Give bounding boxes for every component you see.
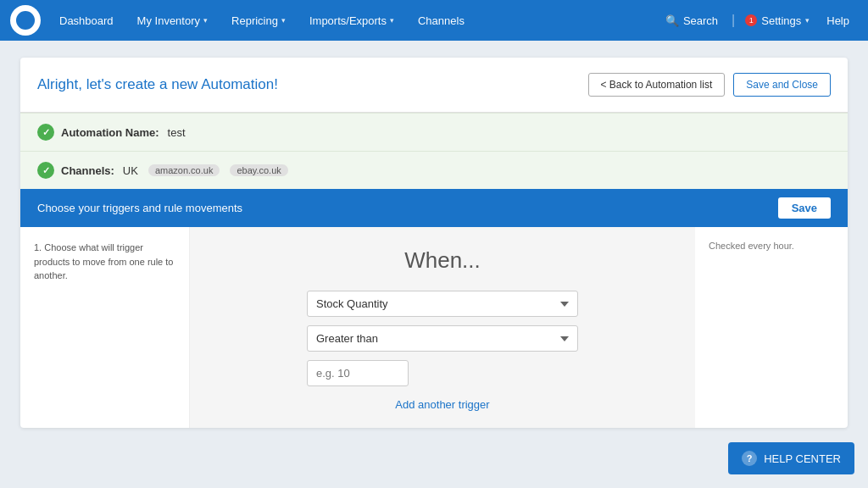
settings-badge: 1 [745,14,757,26]
trigger-header-label: Choose your triggers and rule movements [37,202,242,214]
nav-imports-exports-label: Imports/Exports [309,14,387,27]
channels-label: Channels: [61,164,114,177]
page-title: Alright, let's create a new Automation! [37,76,278,93]
back-to-automation-button[interactable]: < Back to Automation list [588,73,726,97]
trigger-instructions-text: 1. Choose what will trigger products to … [34,242,173,280]
trigger-form: Stock Quantity Price Sales Rank Revenue … [307,291,578,411]
checked-every-label: Checked every hour. [709,241,794,251]
trigger-save-button[interactable]: Save [778,197,831,219]
channel-tag-1: amazon.co.uk [148,164,220,176]
trigger-condition-wrapper: Greater than Less than Equal to Between [307,325,578,352]
help-center-button[interactable]: ? HELP CENTER [728,442,854,474]
nav-divider: | [730,13,737,28]
channels-value: UK [123,164,138,177]
nav-dashboard-label: Dashboard [59,14,114,27]
search-icon: 🔍 [665,14,679,27]
imports-exports-chevron-icon: ▾ [390,16,394,25]
settings-label: Settings [761,14,801,27]
trigger-right-note: Checked every hour. [695,227,848,428]
settings-button[interactable]: 1 Settings ▾ [737,14,818,27]
help-label: Help [826,14,849,27]
search-label: Search [683,14,718,27]
channels-check-icon [37,162,54,179]
automation-name-row: Automation Name: test [20,113,848,151]
channels-row: Channels: UK amazon.co.uk ebay.co.uk [20,151,848,189]
nav-my-inventory-label: My Inventory [137,14,200,27]
add-trigger-link[interactable]: Add another trigger [307,398,578,411]
channel-tag-2: ebay.co.uk [230,164,287,176]
nav-repricing[interactable]: Repricing ▾ [220,0,298,41]
main-card: Alright, let's create a new Automation! … [20,58,848,428]
trigger-section-header: Choose your triggers and rule movements … [20,189,848,227]
nav-channels[interactable]: Channels [406,0,476,41]
trigger-condition-select[interactable]: Greater than Less than Equal to Between [307,325,578,352]
nav-links: Dashboard My Inventory ▾ Repricing ▾ Imp… [47,0,654,41]
trigger-value-input[interactable] [307,360,409,386]
nav-right: 🔍 Search | 1 Settings ▾ Help [654,13,858,28]
automation-name-check-icon [37,124,54,141]
save-and-close-button[interactable]: Save and Close [733,73,831,97]
navigation-bar: Dashboard My Inventory ▾ Repricing ▾ Imp… [0,0,868,41]
page-content: Alright, let's create a new Automation! … [0,41,868,488]
trigger-type-select[interactable]: Stock Quantity Price Sales Rank Revenue [307,291,578,317]
nav-repricing-label: Repricing [231,14,278,27]
help-button[interactable]: Help [818,14,858,27]
nav-channels-label: Channels [418,14,465,27]
automation-name-label: Automation Name: [61,126,159,139]
logo-inner [16,11,35,30]
trigger-body: 1. Choose what will trigger products to … [20,227,848,428]
logo[interactable] [10,5,41,36]
nav-dashboard[interactable]: Dashboard [47,0,125,41]
repricing-chevron-icon: ▾ [281,16,286,25]
help-center-label: HELP CENTER [764,452,841,465]
help-center-icon: ? [742,451,757,466]
nav-my-inventory[interactable]: My Inventory ▾ [125,0,220,41]
automation-name-value: test [168,126,186,139]
when-title: When... [404,247,481,274]
settings-chevron-icon: ▾ [805,16,810,25]
nav-imports-exports[interactable]: Imports/Exports ▾ [298,0,406,41]
trigger-instructions: 1. Choose what will trigger products to … [20,227,190,428]
trigger-type-wrapper: Stock Quantity Price Sales Rank Revenue [307,291,578,317]
my-inventory-chevron-icon: ▾ [203,16,208,25]
trigger-form-area: When... Stock Quantity Price Sales Rank … [190,227,695,428]
search-button[interactable]: 🔍 Search [654,14,730,27]
page-header: Alright, let's create a new Automation! … [20,58,848,113]
header-actions: < Back to Automation list Save and Close [588,73,831,97]
